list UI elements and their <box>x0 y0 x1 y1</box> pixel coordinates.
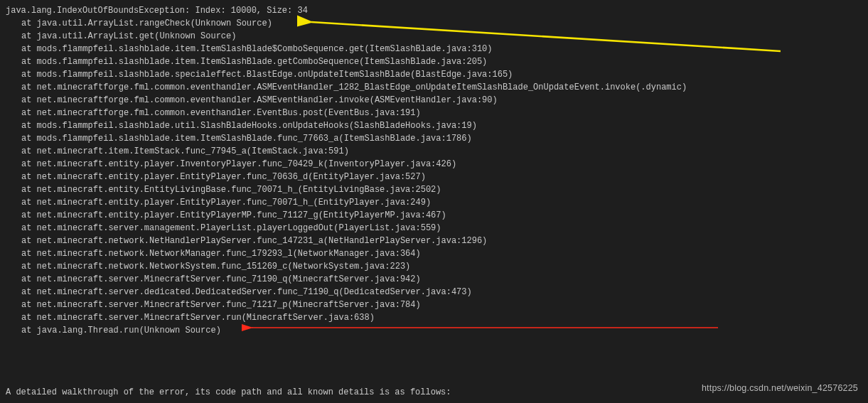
stack-frame: at net.minecraft.server.dedicated.Dedica… <box>6 286 868 299</box>
stack-frame: at mods.flammpfeil.slashblade.item.ItemS… <box>6 132 868 145</box>
stack-frame: at net.minecraft.server.MinecraftServer.… <box>6 299 868 311</box>
stack-frame: at net.minecraft.entity.player.EntityPla… <box>6 209 868 222</box>
stack-frame: at net.minecraftforge.fml.common.eventha… <box>6 81 868 94</box>
stack-frame: at net.minecraft.entity.player.EntityPla… <box>6 171 868 183</box>
stack-frame: at mods.flammpfeil.slashblade.util.Slash… <box>6 119 868 132</box>
stack-frame: at net.minecraft.entity.player.Inventory… <box>6 158 868 171</box>
stack-frame: at java.util.ArrayList.rangeCheck(Unknow… <box>6 17 868 30</box>
stack-frame: at mods.flammpfeil.slashblade.item.ItemS… <box>6 43 868 55</box>
exception-header: java.lang.IndexOutOfBoundsException: Ind… <box>6 4 868 17</box>
error-walkthrough-heading: A detailed walkthrough of the error, its… <box>6 386 451 399</box>
stack-trace-block: java.lang.IndexOutOfBoundsException: Ind… <box>6 4 868 337</box>
stack-frame: at net.minecraft.network.NetworkManager.… <box>6 247 868 260</box>
stack-frame: at java.lang.Thread.run(Unknown Source) <box>6 324 868 337</box>
stack-frame: at net.minecraft.item.ItemStack.func_779… <box>6 145 868 158</box>
stack-frame: at java.util.ArrayList.get(Unknown Sourc… <box>6 30 868 43</box>
watermark-text: https://blog.csdn.net/weixin_42576225 <box>702 382 858 394</box>
stack-frame: at net.minecraftforge.fml.common.eventha… <box>6 107 868 119</box>
stack-frame: at net.minecraft.server.MinecraftServer.… <box>6 273 868 286</box>
stack-frame: at net.minecraft.entity.EntityLivingBase… <box>6 183 868 196</box>
stack-frame: at net.minecraft.network.NetworkSystem.f… <box>6 260 868 273</box>
stack-frame: at mods.flammpfeil.slashblade.item.ItemS… <box>6 55 868 68</box>
stack-frame: at net.minecraft.server.management.Playe… <box>6 222 868 235</box>
stack-frame: at net.minecraft.server.MinecraftServer.… <box>6 311 868 324</box>
stack-frame: at net.minecraftforge.fml.common.eventha… <box>6 94 868 107</box>
stack-frame: at mods.flammpfeil.slashblade.specialeff… <box>6 68 868 81</box>
stack-frame: at net.minecraft.network.NetHandlerPlayS… <box>6 235 868 247</box>
stack-frame: at net.minecraft.entity.player.EntityPla… <box>6 196 868 209</box>
